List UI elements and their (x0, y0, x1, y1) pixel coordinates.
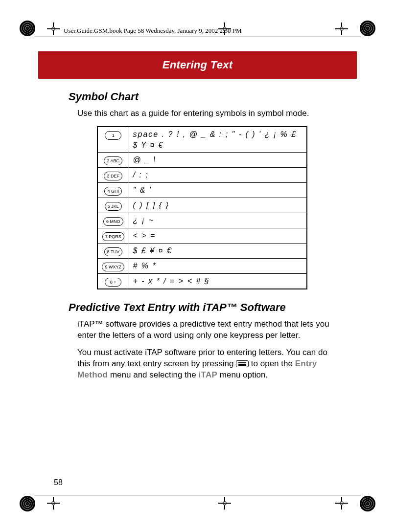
keycap-cell: 1 (97, 127, 129, 153)
crop-mark-icon (218, 497, 231, 510)
symbols-cell: / : ; (129, 168, 307, 183)
table-row: 6 MNO¿ ¡ ~ (97, 213, 307, 228)
keycap-icon: 2 ABC (104, 156, 122, 165)
table-row: 3 DEF/ : ; (97, 168, 307, 183)
text-fragment: menu option. (217, 370, 268, 379)
table-row: 5 JKL( ) [ ] { } (97, 198, 307, 213)
itap-paragraph-2: You must activate iTAP software prior to… (77, 347, 341, 381)
crop-mark-icon (335, 22, 348, 35)
heading-itap: Predictive Text Entry with iTAP™ Softwar… (69, 301, 341, 314)
symbols-cell: + - x * / = > < # § (129, 274, 307, 289)
svg-point-0 (20, 21, 35, 36)
table-row: 4 GHI" & ' (97, 183, 307, 198)
text-fragment: to open the (249, 359, 295, 368)
intro-text: Use this chart as a guide for entering s… (77, 108, 341, 119)
crop-rule (34, 37, 361, 37)
table-row: 7 PQRS< > = (97, 228, 307, 244)
print-metadata: User.Guide.GSM.book Page 58 Wednesday, J… (64, 27, 242, 35)
keycap-cell: 4 GHI (97, 183, 129, 198)
keycap-icon: 7 PQRS (102, 232, 124, 241)
heading-symbol-chart: Symbol Chart (69, 90, 341, 103)
svg-point-12 (360, 496, 375, 511)
page-number: 58 (54, 478, 63, 487)
registration-mark-icon (19, 495, 36, 512)
registration-mark-icon (19, 20, 36, 37)
table-row: 9 WXYZ# % * (97, 259, 307, 274)
table-row: 1space . ? ! , @ _ & : ; " - ( ) ' ¿ ¡ %… (97, 127, 307, 153)
symbols-cell: " & ' (129, 183, 307, 198)
page: User.Guide.GSM.book Page 58 Wednesday, J… (0, 0, 395, 532)
keycap-icon: 3 DEF (104, 172, 122, 180)
symbols-cell: < > = (129, 228, 307, 244)
keycap-cell: 7 PQRS (97, 228, 129, 244)
keycap-icon: 0 + (105, 278, 121, 287)
keycap-cell: 2 ABC (97, 153, 129, 168)
symbols-cell: ( ) [ ] { } (129, 198, 307, 213)
crop-mark-icon (335, 497, 348, 510)
keycap-cell: 0 + (97, 274, 129, 289)
keycap-icon: 6 MNO (103, 217, 123, 226)
keycap-cell: 5 JKL (97, 198, 129, 213)
crop-mark-icon (47, 22, 60, 35)
crop-rule (34, 495, 361, 495)
keycap-cell: 3 DEF (97, 168, 129, 183)
table-row: 0 ++ - x * / = > < # § (97, 274, 307, 289)
keycap-cell: 8 TUV (97, 244, 129, 259)
symbols-cell: $ £ ¥ ¤ € (129, 244, 307, 259)
symbols-cell: # % * (129, 259, 307, 274)
symbols-cell: ¿ ¡ ~ (129, 213, 307, 228)
table-row: 8 TUV$ £ ¥ ¤ € (97, 244, 307, 259)
svg-point-4 (360, 21, 375, 36)
keycap-icon: 1 (105, 131, 121, 140)
chapter-banner: Entering Text (38, 51, 357, 79)
keycap-icon: 5 JKL (105, 202, 122, 211)
keycap-icon: 4 GHI (104, 187, 122, 196)
registration-mark-icon (359, 20, 376, 37)
itap-paragraph-1: iTAP™ software provides a predictive tex… (77, 319, 341, 341)
text-fragment: menu and selecting the (108, 370, 198, 379)
content-area: Symbol Chart Use this chart as a guide f… (69, 90, 341, 387)
symbols-cell: space . ? ! , @ _ & : ; " - ( ) ' ¿ ¡ % … (129, 127, 307, 153)
keycap-cell: 9 WXYZ (97, 259, 129, 274)
symbol-chart-table: 1space . ? ! , @ _ & : ; " - ( ) ' ¿ ¡ %… (97, 126, 307, 289)
ui-label-itap: iTAP (198, 370, 217, 379)
symbols-cell: @ _ \ (129, 153, 307, 168)
keycap-cell: 6 MNO (97, 213, 129, 228)
table-row: 2 ABC@ _ \ (97, 153, 307, 168)
registration-mark-icon (359, 495, 376, 512)
svg-point-8 (20, 496, 35, 511)
crop-mark-icon (47, 497, 60, 510)
chapter-title: Entering Text (163, 59, 233, 71)
keycap-icon: 8 TUV (104, 247, 122, 256)
keycap-icon: 9 WXYZ (102, 263, 124, 271)
menu-key-icon (236, 360, 249, 367)
